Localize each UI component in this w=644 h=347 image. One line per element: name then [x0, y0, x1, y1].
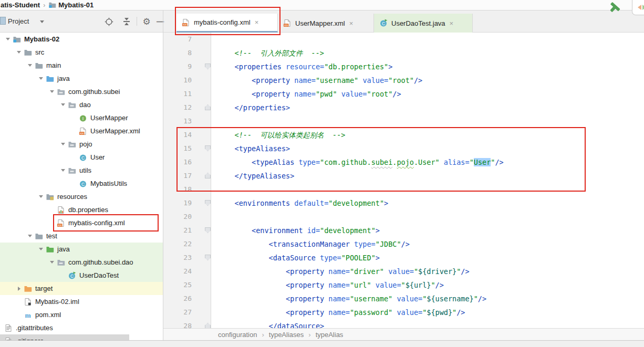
xml-file-icon: <> [57, 219, 65, 227]
project-tree: Mybatis-02srcmainjavacom.github.subeidao… [0, 33, 163, 345]
tree-item-db.properties[interactable]: db.properties [0, 203, 163, 216]
tree-item-label: mybatis-config.xml [68, 219, 125, 227]
tree-item-java[interactable]: java [0, 72, 163, 85]
editor-tab-UserDaoTest.java[interactable]: CUserDaoTest.java× [374, 14, 473, 33]
line-number-14: 14 [163, 128, 211, 142]
package-icon [57, 258, 65, 267]
tree-item-main[interactable]: main [0, 59, 163, 72]
code-line-15: <typeAliases> [211, 142, 644, 155]
tree-expand-chevron[interactable] [4, 36, 12, 43]
tree-item-java[interactable]: java [0, 243, 163, 256]
tree-item-MybatisUtils[interactable]: CMybatisUtils [0, 177, 163, 190]
tree-item-utils[interactable]: utils [0, 164, 163, 177]
svg-text:I: I [82, 115, 84, 121]
breadcrumb-configuration[interactable]: configuration [218, 331, 257, 339]
hide-panel-button[interactable]: — [155, 16, 165, 27]
tree-expand-chevron[interactable] [48, 259, 56, 266]
tree-item-mybatis-config.xml[interactable]: <>mybatis-config.xml [0, 216, 163, 229]
project-view-dropdown-icon[interactable] [40, 20, 44, 23]
tree-expand-chevron[interactable] [26, 62, 34, 69]
code-line-9: <properties resource="db.properties"> [211, 60, 644, 73]
tree-item-label: pojo [79, 140, 92, 148]
tree-item-UserMapper[interactable]: IUserMapper [0, 111, 163, 124]
tree-item-.gitattributes[interactable]: .gitattributes [0, 321, 163, 334]
tree-expand-chevron[interactable] [26, 233, 34, 240]
tree-item-UserDaoTest[interactable]: CUserDaoTest [0, 269, 163, 282]
line-number-10: 10 [163, 73, 211, 87]
line-number-23: 23 [163, 251, 211, 265]
tree-item-label: dao [79, 101, 91, 109]
status-bar-strip [0, 340, 644, 347]
tree-item-resources[interactable]: resources [0, 190, 163, 203]
tree-expand-chevron[interactable] [37, 75, 45, 82]
tree-item-User[interactable]: CUser [0, 151, 163, 164]
breadcrumb-separator: › [308, 331, 310, 339]
code-line-8: <!-- 引入外部文件 --> [211, 46, 644, 60]
line-number-24: 24 [163, 265, 211, 278]
tree-item-label: Mybatis-02 [24, 35, 59, 43]
title-project-segment[interactable]: atis-Student [0, 1, 40, 9]
tree-item-target[interactable]: target [0, 282, 163, 295]
tree-item-com.github.subei[interactable]: com.github.subei [0, 85, 163, 98]
tree-expand-chevron[interactable] [15, 49, 23, 56]
build-hammer-icon[interactable] [608, 0, 622, 16]
tree-item-UserMapper.xml[interactable]: <>UserMapper.xml [0, 124, 163, 138]
settings-gear-icon[interactable]: ⚙ [141, 16, 152, 27]
svg-text:C: C [81, 181, 85, 186]
tree-item-pojo[interactable]: pojo [0, 138, 163, 151]
collapse-all-button[interactable] [121, 16, 132, 27]
tree-expand-chevron[interactable] [59, 167, 67, 174]
line-number-17: 17 [163, 169, 211, 183]
tree-expand-chevron[interactable] [48, 88, 56, 96]
interface-icon: I [79, 114, 87, 122]
tree-item-label: UserMapper.xml [90, 127, 140, 135]
folder-icon [35, 232, 43, 240]
project-panel-title[interactable]: Project [8, 17, 29, 25]
restore-panels-button[interactable] [632, 0, 644, 15]
code-line-13 [211, 114, 644, 128]
svg-text:<>: <> [183, 23, 186, 26]
tree-item-test[interactable]: test [0, 229, 163, 243]
breadcrumb-typeAliases[interactable]: typeAliases [269, 331, 304, 339]
tree-expand-chevron[interactable] [15, 285, 23, 292]
tree-expand-chevron[interactable] [37, 246, 45, 253]
tree-item-label: test [46, 232, 57, 240]
test-folder-icon [46, 245, 54, 254]
line-number-7: 7 [163, 33, 211, 46]
tree-item-dao[interactable]: dao [0, 98, 163, 111]
tree-item-label: resources [57, 193, 87, 201]
line-number-18: 18 [163, 183, 211, 196]
class-icon: C [79, 180, 87, 188]
properties-file-icon [57, 206, 65, 214]
tree-item-label: com.github.subei.dao [68, 258, 133, 266]
xml-file-icon: <> [283, 19, 292, 27]
tree-item-Mybatis-02.iml[interactable]: Mybatis-02.iml [0, 295, 163, 308]
svg-text:C: C [70, 273, 74, 278]
code-line-14: <!-- 可以给实体类起别名 --> [211, 128, 644, 142]
tree-expand-chevron[interactable] [59, 101, 67, 109]
breadcrumb-typeAlias[interactable]: typeAlias [316, 331, 344, 339]
tab-close-icon[interactable]: × [349, 19, 354, 27]
tree-item-label: main [46, 61, 61, 69]
tree-item-src[interactable]: src [0, 46, 163, 59]
tree-item-label: java [57, 245, 70, 253]
code-line-26: <property name="username" value="${usern… [211, 292, 644, 306]
editor-tab-mybatis-config.xml[interactable]: <>mybatis-config.xml× [176, 14, 278, 33]
line-number-12: 12 [163, 101, 211, 114]
tab-close-icon[interactable]: × [255, 18, 259, 26]
resources-folder-icon [46, 193, 54, 201]
editor-tab-UserMapper.xml[interactable]: <>UserMapper.xml× [278, 14, 374, 33]
code-editor[interactable]: <!-- 引入外部文件 --> <properties resource="db… [211, 33, 644, 328]
tree-item-pom.xml[interactable]: mpom.xml [0, 308, 163, 321]
line-number-27: 27 [163, 306, 211, 319]
tree-expand-chevron[interactable] [37, 193, 45, 201]
tree-item-Mybatis-02[interactable]: Mybatis-02 [0, 33, 163, 46]
module-folder-icon [13, 35, 21, 44]
locate-file-button[interactable] [103, 16, 114, 27]
title-module-segment[interactable]: Mybatis-01 [58, 1, 94, 9]
tree-expand-chevron[interactable] [59, 141, 67, 148]
code-line-10: <property name="username" value="root"/> [211, 73, 644, 87]
panel-left-arrow-icon [638, 5, 641, 10]
tree-item-com.github.subei.dao[interactable]: com.github.subei.dao [0, 256, 163, 269]
tab-close-icon[interactable]: × [450, 19, 454, 27]
